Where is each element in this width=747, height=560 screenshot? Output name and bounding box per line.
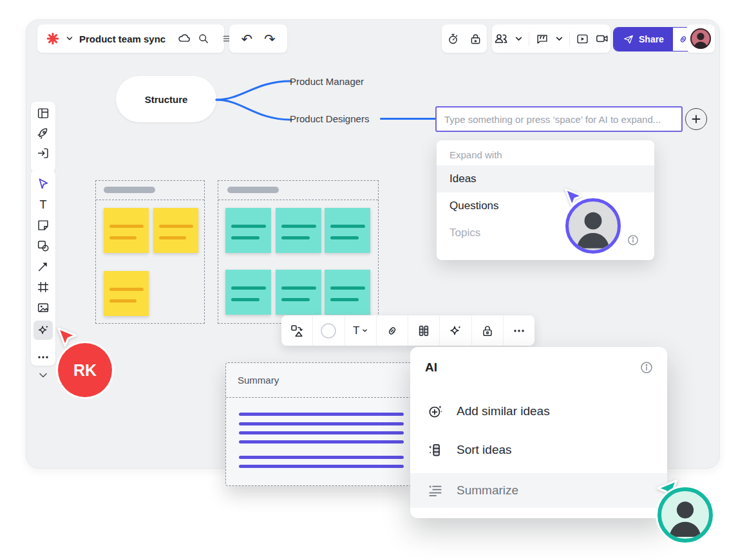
- sticky-note[interactable]: [225, 270, 271, 315]
- ai-menu-item-sort[interactable]: Sort ideas: [410, 433, 667, 467]
- frame-tool-icon[interactable]: [35, 279, 51, 295]
- ai-menu-item-add-similar[interactable]: Add similar ideas: [410, 395, 667, 428]
- ai-expand-input[interactable]: [435, 106, 683, 132]
- color-picker-icon[interactable]: [313, 315, 345, 346]
- sticky-note[interactable]: [104, 208, 149, 253]
- info-icon[interactable]: [640, 361, 653, 374]
- mindmap-child-node[interactable]: Product Designers: [290, 113, 369, 124]
- toolbar-divider: [529, 32, 529, 46]
- redo-icon[interactable]: ↷: [264, 32, 276, 46]
- account-pill: [686, 24, 715, 53]
- share-button[interactable]: Share: [614, 28, 673, 51]
- creation-toolbar-main: T: [31, 170, 55, 357]
- share-label: Share: [639, 34, 664, 44]
- sticky-note[interactable]: [276, 208, 321, 253]
- share-group: Share: [613, 27, 695, 51]
- creation-toolbar-top: [31, 102, 55, 173]
- menu-item-ideas[interactable]: Ideas: [437, 165, 654, 192]
- page: Product team sync ↶ ↷: [0, 0, 747, 560]
- collaborator-avatar-teal: [657, 487, 713, 543]
- collaborator-avatar-purple: [565, 198, 621, 254]
- menu-item-topics[interactable]: Topics: [437, 219, 654, 247]
- mindmap-root-label: Structure: [145, 94, 188, 105]
- select-tool-icon[interactable]: [35, 176, 51, 192]
- shapes-tool-icon[interactable]: [35, 238, 51, 254]
- teal-notes-frame[interactable]: [218, 180, 379, 324]
- collaborator-initials: RK: [73, 361, 97, 380]
- video-call-icon[interactable]: [595, 32, 609, 46]
- add-node-button[interactable]: [685, 108, 707, 130]
- timer-icon[interactable]: [446, 32, 460, 46]
- add-similar-ideas-icon: [427, 403, 444, 420]
- sticky-note-tool-icon[interactable]: [35, 218, 51, 233]
- ai-menu-item-label: Sort ideas: [457, 443, 512, 457]
- frame-title-placeholder: [227, 187, 279, 193]
- text-tool-icon[interactable]: T: [35, 197, 51, 212]
- ai-menu-item-label: Summarize: [457, 483, 518, 498]
- chevron-down-icon[interactable]: [555, 35, 563, 43]
- ai-actions-icon[interactable]: [440, 315, 471, 346]
- connector-tool-icon[interactable]: [35, 259, 51, 274]
- ai-expand-input-wrap: [435, 106, 683, 132]
- menu-item-questions[interactable]: Questions: [437, 192, 654, 219]
- chevron-down-icon[interactable]: [66, 35, 73, 42]
- user-avatar[interactable]: [690, 28, 711, 49]
- sticky-note[interactable]: [153, 208, 198, 253]
- collaborators-icon[interactable]: [493, 31, 509, 46]
- expand-with-menu: Expand with Ideas Questions Topics: [437, 140, 654, 260]
- info-icon[interactable]: [627, 234, 639, 246]
- switch-shape-icon[interactable]: [281, 315, 313, 346]
- summary-frame[interactable]: Summary: [225, 362, 412, 486]
- frame-title-placeholder: [104, 187, 155, 193]
- layout-columns-icon[interactable]: [408, 315, 440, 346]
- cloud-sync-icon: [177, 32, 191, 46]
- upload-image-icon[interactable]: [35, 300, 51, 315]
- sidebar-collapse-icon[interactable]: [35, 369, 51, 381]
- context-toolbar: T: [281, 315, 534, 346]
- quick-start-icon[interactable]: [35, 126, 51, 141]
- miro-logo-icon[interactable]: [46, 32, 60, 46]
- summary-frame-title: Summary: [238, 375, 279, 386]
- facilitation-toolbar: [442, 24, 487, 53]
- toolbar-divider: [569, 32, 570, 46]
- ai-tool-icon[interactable]: [33, 321, 53, 340]
- ai-menu-item-summarize[interactable]: Summarize: [410, 473, 667, 508]
- chevron-down-icon[interactable]: [515, 35, 523, 43]
- board-header-toolbar: Product team sync: [37, 24, 224, 53]
- undo-icon[interactable]: ↶: [241, 32, 252, 46]
- more-tools-pill[interactable]: [31, 349, 55, 366]
- ai-menu-item-label: Add similar ideas: [457, 404, 550, 418]
- sticky-note[interactable]: [104, 271, 149, 316]
- ai-menu-title: AI: [425, 360, 437, 375]
- comments-icon[interactable]: [535, 32, 549, 46]
- summarize-icon: [427, 482, 444, 499]
- yellow-notes-frame[interactable]: [95, 180, 205, 324]
- board-title[interactable]: Product team sync: [79, 33, 165, 44]
- more-options-icon[interactable]: [504, 315, 534, 346]
- text-style-icon[interactable]: T: [345, 315, 377, 346]
- mindmap-root-node[interactable]: Structure: [116, 76, 216, 122]
- templates-icon[interactable]: [35, 106, 51, 121]
- lock-icon[interactable]: [472, 315, 504, 346]
- mindmap-child-node[interactable]: Product Manager: [290, 76, 364, 87]
- private-mode-icon[interactable]: [469, 32, 482, 46]
- sticky-note[interactable]: [276, 270, 321, 315]
- history-toolbar: ↶ ↷: [229, 24, 287, 53]
- mindmap-branches: [213, 71, 296, 130]
- sticky-note[interactable]: [325, 208, 370, 253]
- import-icon[interactable]: [35, 145, 51, 161]
- sticky-note[interactable]: [325, 270, 370, 315]
- mindmap-connector-line: [380, 118, 437, 120]
- link-icon[interactable]: [377, 315, 408, 346]
- expand-menu-header: Expand with: [437, 140, 654, 165]
- collab-toolbar: [492, 24, 610, 53]
- sticky-note[interactable]: [225, 208, 271, 253]
- collaborator-bubble-rk: RK: [58, 343, 112, 397]
- sort-ideas-icon: [427, 442, 444, 458]
- ai-menu: AI Add similar ideas Sort ideas Summariz…: [410, 347, 667, 518]
- present-icon[interactable]: [576, 32, 589, 46]
- search-icon[interactable]: [197, 32, 210, 45]
